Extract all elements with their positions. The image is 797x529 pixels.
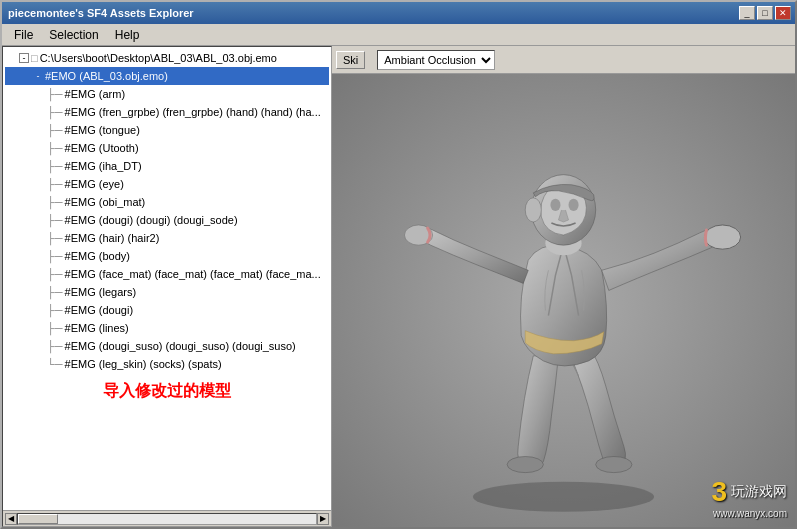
expand-icon-emo[interactable]: - xyxy=(33,71,43,81)
svg-point-8 xyxy=(704,225,740,249)
svg-point-10 xyxy=(596,457,632,473)
emg-dougi-sode-label: #EMG (dougi) (dougi) (dougi_sode) xyxy=(65,212,238,228)
svg-point-6 xyxy=(569,199,579,211)
maximize-button[interactable]: □ xyxy=(757,6,773,20)
list-item[interactable]: ├─ #EMG (fren_grpbe) (fren_grpbe) (hand)… xyxy=(5,103,329,121)
emg-eye-label: #EMG (eye) xyxy=(65,176,124,192)
emg-dougi-label: #EMG (dougi) xyxy=(65,302,133,318)
list-item[interactable]: ├─ #EMG (legars) xyxy=(5,283,329,301)
tree-line-prefix: └─ xyxy=(47,356,63,372)
tree-line-prefix: ├─ xyxy=(47,248,63,264)
tree-line-prefix: ├─ xyxy=(47,140,63,156)
tree-line-prefix: ├─ xyxy=(47,302,63,318)
watermark-site: 玩游戏网 xyxy=(731,483,787,501)
list-item[interactable]: ├─ #EMG (lines) xyxy=(5,319,329,337)
emg-iha-label: #EMG (iha_DT) xyxy=(65,158,142,174)
list-item[interactable]: ├─ #EMG (dougi) (dougi) (dougi_sode) xyxy=(5,211,329,229)
emg-body-label: #EMG (body) xyxy=(65,248,130,264)
app-title: piecemontee's SF4 Assets Explorer xyxy=(6,7,194,19)
app-window: piecemontee's SF4 Assets Explorer _ □ ✕ … xyxy=(0,0,797,529)
menu-selection[interactable]: Selection xyxy=(41,26,106,44)
tree-root-label: C:\Users\boot\Desktop\ABL_03\ABL_03.obj.… xyxy=(40,50,277,66)
emg-utooth-label: #EMG (Utooth) xyxy=(65,140,139,156)
emg-face-label: #EMG (face_mat) (face_mat) (face_mat) (f… xyxy=(65,266,321,282)
tree-line-prefix: ├─ xyxy=(47,194,63,210)
list-item[interactable]: ├─ #EMG (face_mat) (face_mat) (face_mat)… xyxy=(5,265,329,283)
tree-line-prefix: ├─ xyxy=(47,320,63,336)
list-item[interactable]: ├─ #EMG (obi_mat) xyxy=(5,193,329,211)
horizontal-scrollbar[interactable]: ◀ ▶ xyxy=(3,510,331,526)
emg-leg-skin-label: #EMG (leg_skin) (socks) (spats) xyxy=(65,356,222,372)
tree-panel: - □ C:\Users\boot\Desktop\ABL_03\ABL_03.… xyxy=(2,46,332,527)
annotation-text: 导入修改过的模型 xyxy=(5,373,329,410)
emg-obi-label: #EMG (obi_mat) xyxy=(65,194,146,210)
right-panel: Ski Ambiant Occlusion Default Wireframe xyxy=(332,46,795,527)
menu-file[interactable]: File xyxy=(6,26,41,44)
svg-point-4 xyxy=(525,198,541,222)
tree-line-prefix: ├─ xyxy=(47,212,63,228)
main-content: - □ C:\Users\boot\Desktop\ABL_03\ABL_03.… xyxy=(2,46,795,527)
expand-icon-root[interactable]: - xyxy=(19,53,29,63)
tree-line-prefix: ├─ xyxy=(47,104,63,120)
tree-line-prefix: ├─ xyxy=(47,230,63,246)
menu-help[interactable]: Help xyxy=(107,26,148,44)
scrollbar-thumb[interactable] xyxy=(18,514,58,524)
tree-emo-label: #EMO (ABL_03.obj.emo) xyxy=(45,68,168,84)
viewport-toolbar: Ski Ambiant Occlusion Default Wireframe xyxy=(332,46,795,74)
scrollbar-track[interactable] xyxy=(17,513,317,525)
tree-line-prefix: ├─ xyxy=(47,122,63,138)
list-item[interactable]: ├─ #EMG (Utooth) xyxy=(5,139,329,157)
minimize-button[interactable]: _ xyxy=(739,6,755,20)
list-item[interactable]: ├─ #EMG (dougi_suso) (dougi_suso) (dougi… xyxy=(5,337,329,355)
tree-line-prefix: ├─ xyxy=(47,338,63,354)
list-item[interactable]: ├─ #EMG (arm) xyxy=(5,85,329,103)
character-svg xyxy=(332,74,795,527)
svg-point-9 xyxy=(507,457,543,473)
watermark-number: 3 xyxy=(711,476,727,508)
window-controls: _ □ ✕ xyxy=(739,6,791,20)
list-item[interactable]: └─ #EMG (leg_skin) (socks) (spats) xyxy=(5,355,329,373)
title-bar: piecemontee's SF4 Assets Explorer _ □ ✕ xyxy=(2,2,795,24)
tree-emo-node[interactable]: - #EMO (ABL_03.obj.emo) xyxy=(5,67,329,85)
emg-hair-label: #EMG (hair) (hair2) xyxy=(65,230,160,246)
close-button[interactable]: ✕ xyxy=(775,6,791,20)
emg-arm-label: #EMG (arm) xyxy=(65,86,126,102)
tree-line-prefix: ├─ xyxy=(47,284,63,300)
emg-legars-label: #EMG (legars) xyxy=(65,284,137,300)
emg-lines-label: #EMG (lines) xyxy=(65,320,129,336)
tree-view[interactable]: - □ C:\Users\boot\Desktop\ABL_03\ABL_03.… xyxy=(3,47,331,510)
list-item[interactable]: ├─ #EMG (dougi) xyxy=(5,301,329,319)
svg-point-1 xyxy=(473,482,654,512)
viewport-3d[interactable]: 3 玩游戏网 www.wanyx.com xyxy=(332,74,795,527)
emg-fren-label: #EMG (fren_grpbe) (fren_grpbe) (hand) (h… xyxy=(65,104,321,120)
watermark: 3 玩游戏网 www.wanyx.com xyxy=(711,476,787,519)
tree-line-prefix: ├─ xyxy=(47,158,63,174)
tree-line-prefix: ├─ xyxy=(47,86,63,102)
list-item[interactable]: ├─ #EMG (tongue) xyxy=(5,121,329,139)
emg-dougi-suso-label: #EMG (dougi_suso) (dougi_suso) (dougi_su… xyxy=(65,338,296,354)
watermark-url: www.wanyx.com xyxy=(711,508,787,519)
scroll-right-button[interactable]: ▶ xyxy=(317,513,329,525)
svg-point-5 xyxy=(550,199,560,211)
shader-select[interactable]: Ambiant Occlusion Default Wireframe xyxy=(377,50,495,70)
tree-line-prefix: ├─ xyxy=(47,176,63,192)
emg-tongue-label: #EMG (tongue) xyxy=(65,122,140,138)
menu-bar: File Selection Help xyxy=(2,24,795,46)
tree-line-prefix: ├─ xyxy=(47,266,63,282)
tree-root-node[interactable]: - □ C:\Users\boot\Desktop\ABL_03\ABL_03.… xyxy=(5,49,329,67)
tree-line: □ xyxy=(31,50,38,66)
list-item[interactable]: ├─ #EMG (hair) (hair2) xyxy=(5,229,329,247)
list-item[interactable]: ├─ #EMG (body) xyxy=(5,247,329,265)
ski-button[interactable]: Ski xyxy=(336,51,365,69)
scroll-left-button[interactable]: ◀ xyxy=(5,513,17,525)
list-item[interactable]: ├─ #EMG (eye) xyxy=(5,175,329,193)
list-item[interactable]: ├─ #EMG (iha_DT) xyxy=(5,157,329,175)
